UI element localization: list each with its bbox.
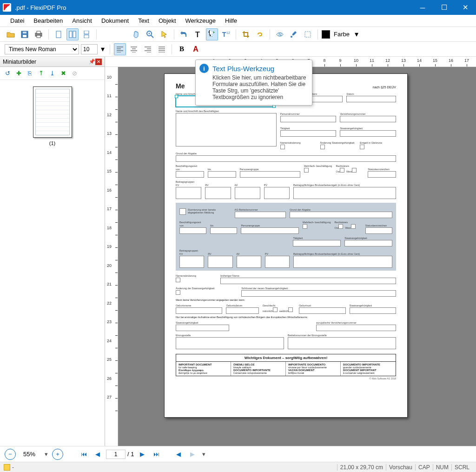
font-size-input[interactable] xyxy=(81,44,98,54)
svg-point-21 xyxy=(291,36,292,38)
zoom-tool-icon[interactable] xyxy=(144,28,156,40)
next-page-button[interactable]: ▶ xyxy=(137,449,148,460)
select-tool-icon[interactable] xyxy=(158,28,170,40)
thumbnail-page-1[interactable] xyxy=(33,86,72,138)
status-scrl: SCRL xyxy=(451,464,472,471)
align-right-icon[interactable] xyxy=(142,43,154,55)
link-tool-icon[interactable] xyxy=(254,28,266,40)
svg-rect-7 xyxy=(69,31,72,38)
thumb-copy-icon[interactable]: ⎘ xyxy=(25,69,34,78)
redact-tool-icon[interactable]: N xyxy=(274,28,286,40)
canvas[interactable]: Me erung nach §25 DEÜV Name und Anschrif… xyxy=(118,67,476,446)
crop-tool-icon[interactable] xyxy=(240,28,252,40)
pin-icon[interactable]: 📌 xyxy=(89,59,95,65)
page-single-icon[interactable] xyxy=(53,28,65,40)
titlebar: .pdf - FlexiPDF Pro ─ ☐ ✕ xyxy=(0,0,476,15)
font-size-dropdown[interactable]: ▾ xyxy=(99,43,106,55)
thumbnails-list: (1) xyxy=(0,80,105,446)
menu-datei[interactable]: Datei xyxy=(6,16,29,26)
color-label: Farbe xyxy=(332,31,351,38)
zoom-dropdown[interactable]: ▾ xyxy=(43,449,49,460)
svg-rect-1 xyxy=(23,35,26,37)
maximize-button[interactable]: ☐ xyxy=(433,0,455,15)
window-title: .pdf - FlexiPDF Pro xyxy=(15,4,412,11)
svg-rect-6 xyxy=(56,31,61,38)
color-dropdown-icon[interactable]: ▾ xyxy=(353,28,360,40)
zoom-out-button[interactable]: − xyxy=(5,449,16,460)
thumbnails-title: Miniaturbilder xyxy=(3,59,36,65)
thumbnails-panel: Miniaturbilder 📌 ✕ ↺ ✚ ⎘ ⤒ ⤓ ✖ ⊘ (1) xyxy=(0,57,105,446)
statusbar: - 21,00 x 29,70 cm Vorschau CAP NUM SCRL xyxy=(0,462,476,472)
hand-tool-icon[interactable] xyxy=(130,28,142,40)
first-page-button[interactable]: ⏮ xyxy=(78,449,89,460)
nav-dropdown[interactable]: ▾ xyxy=(201,449,206,460)
menu-hilfe[interactable]: Hilfe xyxy=(220,16,242,26)
svg-line-12 xyxy=(151,35,153,38)
svg-text:T: T xyxy=(222,31,226,38)
bold-icon[interactable]: B xyxy=(176,43,188,55)
menu-objekt[interactable]: Objekt xyxy=(154,16,181,26)
align-justify-icon[interactable] xyxy=(156,43,168,55)
status-num: NUM xyxy=(433,464,451,471)
thumb-export-icon[interactable]: ⤓ xyxy=(47,69,57,78)
menu-werkzeuge[interactable]: Werkzeuge xyxy=(181,16,221,26)
zoom-in-button[interactable]: + xyxy=(52,449,63,460)
main-area: Miniaturbilder 📌 ✕ ↺ ✚ ⎘ ⤒ ⤓ ✖ ⊘ (1) 123… xyxy=(0,57,476,446)
minimize-button[interactable]: ─ xyxy=(412,0,433,15)
menu-bearbeiten[interactable]: Bearbeiten xyxy=(29,16,67,26)
close-button[interactable]: ✕ xyxy=(455,0,476,15)
font-family-select[interactable]: Times New Roman xyxy=(5,44,79,54)
pdf-page[interactable]: Me erung nach §25 DEÜV Name und Anschrif… xyxy=(164,73,408,418)
color-swatch[interactable] xyxy=(322,30,330,39)
page-total: / 1 xyxy=(127,451,134,458)
thumb-remove-icon[interactable]: ⊘ xyxy=(70,69,79,78)
prev-page-button[interactable]: ◀ xyxy=(92,449,103,460)
char-style-icon[interactable]: A xyxy=(190,43,202,55)
menu-text[interactable]: Text xyxy=(133,16,154,26)
page-facing-icon[interactable] xyxy=(66,28,79,40)
text-plus-tool-icon[interactable]: T+ xyxy=(206,28,218,40)
document-footer: Wichtiges Dokument – sorgfältig aufbewah… xyxy=(176,354,396,376)
vertical-text-icon[interactable]: T123 xyxy=(220,28,232,40)
svg-rect-10 xyxy=(84,35,89,38)
thumbnail-label: (1) xyxy=(7,140,98,146)
menubar: Datei Bearbeiten Ansicht Dokument Text O… xyxy=(0,15,476,27)
thumb-import-icon[interactable]: ⤒ xyxy=(36,69,46,78)
title-suffix: nach §25 DEÜV xyxy=(373,86,396,89)
menu-ansicht[interactable]: Ansicht xyxy=(67,16,97,26)
thumb-add-icon[interactable]: ✚ xyxy=(14,69,23,78)
save-icon[interactable] xyxy=(19,28,31,40)
svg-rect-8 xyxy=(73,31,76,38)
svg-text:T: T xyxy=(195,31,200,38)
align-left-icon[interactable] xyxy=(114,43,126,55)
page-input[interactable] xyxy=(106,450,126,459)
panel-close-icon[interactable]: ✕ xyxy=(95,59,102,65)
nav-forward-button[interactable]: ▶ xyxy=(187,449,198,460)
thumb-delete-icon[interactable]: ✖ xyxy=(59,69,68,78)
thumb-rotate-icon[interactable]: ↺ xyxy=(3,69,12,78)
svg-text:N: N xyxy=(278,32,282,37)
align-center-icon[interactable] xyxy=(128,43,140,55)
last-page-button[interactable]: ⏭ xyxy=(151,449,162,460)
menu-dokument[interactable]: Dokument xyxy=(97,16,133,26)
status-dash: - xyxy=(12,464,14,471)
svg-rect-9 xyxy=(84,31,89,34)
app-icon xyxy=(3,3,11,12)
toolbar-main: T T+ T123 N Farbe ▾ xyxy=(0,27,476,42)
eyedropper-icon[interactable] xyxy=(288,28,300,40)
text-tool-icon[interactable]: T xyxy=(192,28,204,40)
zoom-value[interactable]: 55% xyxy=(19,451,40,458)
status-icon xyxy=(4,464,10,471)
page-indicator: / 1 xyxy=(106,450,134,459)
svg-rect-4 xyxy=(37,31,40,33)
svg-rect-22 xyxy=(305,32,311,37)
svg-rect-5 xyxy=(37,35,40,38)
svg-text:123: 123 xyxy=(226,31,230,34)
nav-back-button[interactable]: ◀ xyxy=(173,449,184,460)
marquee-icon[interactable] xyxy=(302,28,314,40)
print-icon[interactable] xyxy=(33,28,45,40)
page-continuous-icon[interactable] xyxy=(80,28,93,40)
undo-icon[interactable] xyxy=(178,28,190,40)
open-icon[interactable] xyxy=(5,28,17,40)
info-icon: i xyxy=(199,64,209,73)
